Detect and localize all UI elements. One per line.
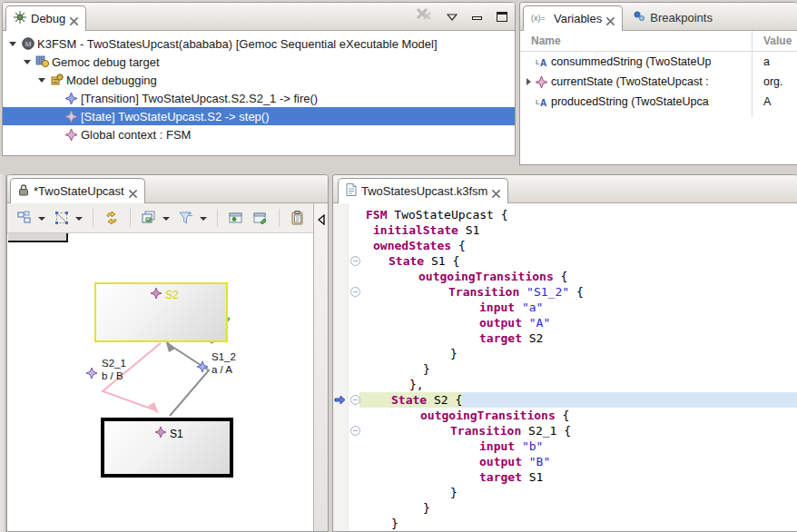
- expander-icon[interactable]: [524, 77, 535, 86]
- filters-icon[interactable]: [178, 210, 194, 226]
- debug-tree-row[interactable]: [State] TwoStateUpcast.S2 -> step(): [3, 107, 515, 125]
- code-tabbar: TwoStatesUpcast.k3fsm: [333, 175, 797, 203]
- code-content[interactable]: FSM TwoStateUpcast {initialState S1owned…: [333, 203, 797, 531]
- code-line[interactable]: State S2 {: [366, 392, 797, 408]
- code-line[interactable]: }: [366, 485, 797, 500]
- chevron-down-icon[interactable]: [200, 214, 207, 222]
- fold-collapse-icon[interactable]: [350, 395, 360, 405]
- diagram-editor: *TwoStateUpcast S2 S1 S2_1: [6, 174, 329, 532]
- maximize-icon[interactable]: [497, 12, 507, 22]
- palette-collapse-icon[interactable]: [316, 211, 326, 229]
- debug-tree: MK3FSM - TwoStatesUpcast(abababa) [Gemoc…: [3, 31, 515, 143]
- toolbar-separator: [217, 209, 218, 227]
- tab-code[interactable]: TwoStatesUpcast.k3fsm: [338, 178, 508, 203]
- code-keyword: State: [391, 393, 427, 407]
- close-icon[interactable]: [129, 187, 137, 195]
- code-keyword: target: [479, 470, 522, 484]
- code-line[interactable]: outgoingTransitions {: [366, 269, 797, 284]
- code-line[interactable]: output "A": [366, 315, 797, 330]
- layers-icon[interactable]: [141, 210, 157, 226]
- tab-variables[interactable]: (x)= Variables: [523, 5, 623, 31]
- svg-text:(x)=: (x)=: [531, 14, 546, 23]
- code-line[interactable]: Transition "S1_2" {: [366, 284, 797, 300]
- code-line[interactable]: input "a": [366, 300, 797, 315]
- remove-terminated-icon[interactable]: [416, 7, 432, 25]
- export-diagram-icon[interactable]: [252, 210, 269, 226]
- debug-target-icon: [35, 55, 49, 69]
- debug-tree-row[interactable]: [Transition] TwoStateUpcast.S2.S2_1 -> f…: [3, 89, 515, 107]
- tab-breakpoints[interactable]: Breakpoints: [625, 5, 720, 30]
- code-line[interactable]: },: [366, 377, 797, 392]
- code-line[interactable]: }: [366, 361, 797, 377]
- code-line[interactable]: target S2: [366, 330, 797, 346]
- code-line[interactable]: output "B": [366, 454, 797, 469]
- arrange-elements-icon[interactable]: [16, 210, 33, 226]
- column-name[interactable]: Name: [520, 34, 561, 47]
- code-keyword: FSM: [366, 208, 387, 222]
- toolbar-separator: [93, 209, 93, 227]
- fold-collapse-icon[interactable]: [350, 287, 360, 297]
- state-node-s1[interactable]: S1: [101, 418, 233, 478]
- chevron-down-icon[interactable]: [38, 214, 45, 222]
- paste-layout-icon[interactable]: [290, 210, 306, 226]
- code-line[interactable]: Transition S2_1 {: [366, 423, 797, 438]
- annotation-ruler[interactable]: [333, 203, 349, 531]
- debug-tree-row[interactable]: MK3FSM - TwoStatesUpcast(abababa) [Gemoc…: [3, 34, 515, 53]
- code-text: {: [556, 409, 570, 422]
- diagram-canvas[interactable]: S2 S1 S2_1 b / B S1_2 a / A: [8, 242, 314, 531]
- code-line[interactable]: target S1: [366, 469, 797, 485]
- code-line[interactable]: input "b": [366, 438, 797, 454]
- code-line[interactable]: ownedStates {: [366, 238, 797, 253]
- variable-value: org.: [763, 75, 783, 88]
- debug-tree-row[interactable]: Model debugging: [3, 71, 515, 89]
- tab-variables-label: Variables: [554, 12, 602, 25]
- chevron-down-icon[interactable]: [162, 214, 170, 222]
- tab-debug[interactable]: Debug: [5, 5, 86, 31]
- fold-collapse-icon[interactable]: [350, 426, 360, 436]
- code-line[interactable]: }: [366, 346, 797, 361]
- debug-tree-row[interactable]: Global context : FSM: [3, 125, 515, 143]
- spacer: [52, 112, 61, 121]
- code-line[interactable]: }: [366, 500, 797, 516]
- tab-diagram[interactable]: *TwoStateUpcast: [10, 178, 145, 203]
- lock-icon: [18, 184, 29, 199]
- code-line[interactable]: }: [366, 516, 797, 531]
- expander-icon[interactable]: [23, 57, 32, 66]
- code-text: S1: [458, 223, 479, 237]
- spacer: [524, 97, 535, 106]
- refresh-diagram-icon[interactable]: [103, 210, 120, 226]
- column-value[interactable]: Value: [763, 34, 792, 47]
- fold-collapse-icon[interactable]: [350, 256, 360, 266]
- code-line[interactable]: State S1 {: [366, 253, 797, 269]
- code-text: }: [391, 517, 398, 530]
- code-line[interactable]: initialState S1: [366, 222, 797, 238]
- variable-row[interactable]: currentState (TwoStateUpcast :org.: [520, 72, 797, 92]
- state-s1-label: S1: [170, 428, 183, 440]
- transition-label-s2-1[interactable]: S2_1 b / B: [102, 357, 126, 382]
- state-node-s2[interactable]: S2: [94, 282, 228, 342]
- variable-row[interactable]: LAconsummedString (TwoStateUpa: [520, 52, 797, 72]
- code-text[interactable]: FSM TwoStateUpcast {initialState S1owned…: [366, 207, 797, 531]
- diagram-tabbar: *TwoStateUpcast: [7, 175, 328, 203]
- close-icon[interactable]: [70, 15, 78, 23]
- code-line[interactable]: outgoingTransitions {: [366, 408, 797, 423]
- code-string: "b": [522, 439, 543, 453]
- debug-tree-row[interactable]: Gemoc debug target: [3, 53, 515, 71]
- show-hide-elements-icon[interactable]: [228, 210, 244, 226]
- code-text: S2 {: [427, 393, 462, 407]
- code-line[interactable]: FSM TwoStateUpcast {: [366, 207, 797, 222]
- code-text: }: [450, 347, 458, 360]
- svg-text:A: A: [540, 98, 546, 107]
- expander-icon[interactable]: [37, 75, 46, 84]
- expander-icon[interactable]: [8, 39, 17, 48]
- code-text: [519, 285, 526, 299]
- close-icon[interactable]: [492, 187, 500, 195]
- variable-row[interactable]: LAproducedString (TwoStateUpcaA: [520, 92, 797, 112]
- minimize-icon[interactable]: [472, 16, 482, 20]
- chevron-down-icon[interactable]: [75, 214, 83, 222]
- transition-label-s1-2[interactable]: S1_2 a / A: [212, 350, 236, 376]
- view-menu-icon[interactable]: [447, 8, 458, 25]
- code-keyword: Transition: [448, 285, 519, 299]
- close-icon[interactable]: [606, 15, 615, 23]
- selection-mode-icon[interactable]: [54, 210, 70, 226]
